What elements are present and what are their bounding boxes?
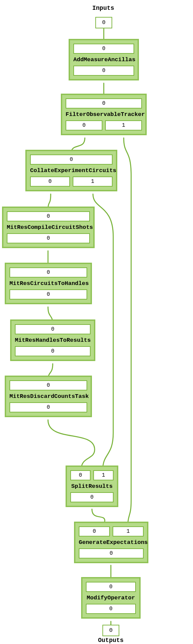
node-split-results: 0 1 SplitResults 0 (66, 466, 118, 507)
port-out-0: 0 (86, 604, 136, 614)
port-in-0: 0 (15, 324, 91, 334)
port-in-0: 0 (7, 211, 90, 221)
port-out-0: 0 (15, 346, 91, 356)
port-in-1: 1 (93, 470, 114, 480)
outputs-port-0: 0 (102, 625, 119, 636)
port-in-1: 1 (113, 526, 144, 536)
port-in-0: 0 (66, 98, 142, 109)
port-out-0: 0 (30, 176, 70, 187)
node-filter-observable-tracker: 0 FilterObservableTracker 0 1 (61, 94, 147, 135)
node-title: AddMeasureAncillas (73, 54, 134, 66)
output-ports: 0 (15, 346, 91, 356)
input-ports: 0 (9, 267, 87, 278)
node-add-measure-ancillas: 0 AddMeasureAncillas 0 (69, 39, 139, 80)
port-in-0: 0 (86, 582, 136, 592)
node-collate-experiment-circuits: 0 CollateExperimentCircuits 0 1 (25, 150, 117, 191)
output-ports: 0 (7, 233, 90, 243)
port-out-0: 0 (70, 492, 114, 502)
node-title: MitResCompileCircuitShots (7, 221, 90, 233)
input-ports: 0 (30, 154, 113, 165)
port-in-0: 0 (9, 380, 87, 390)
port-in-0: 0 (9, 267, 87, 278)
input-ports: 0 (86, 582, 136, 592)
node-title: ModifyOperator (86, 592, 136, 604)
node-title: MitResHandlesToResults (15, 334, 91, 346)
inputs-label: Inputs (92, 5, 114, 11)
input-ports: 0 1 (70, 470, 114, 480)
output-ports: 0 (73, 66, 134, 76)
node-modify-operator: 0 ModifyOperator 0 (81, 577, 141, 619)
input-ports: 0 (66, 98, 142, 109)
node-title: SplitResults (70, 480, 114, 492)
node-title: MitResCircuitsToHandles (9, 278, 87, 289)
port-in-0: 0 (30, 154, 113, 165)
inputs-port-0: 0 (95, 17, 112, 28)
node-mitres-discard-counts-task: 0 MitResDiscardCountsTask 0 (5, 376, 92, 417)
port-out-0: 0 (9, 402, 87, 412)
node-title: FilterObservableTracker (66, 109, 142, 120)
port-out-0: 0 (66, 120, 102, 130)
output-ports: 0 (9, 289, 87, 300)
port-out-1: 1 (73, 176, 113, 187)
node-title: CollateExperimentCircuits (30, 165, 113, 176)
outputs-label: Outputs (98, 637, 124, 644)
output-ports: 0 (79, 548, 144, 558)
port-out-0: 0 (73, 66, 134, 76)
port-in-0: 0 (70, 470, 91, 480)
port-out-0: 0 (79, 548, 144, 558)
output-ports: 0 1 (66, 120, 142, 130)
output-ports: 0 (70, 492, 114, 502)
output-ports: 0 1 (30, 176, 113, 187)
node-mitres-circuits-to-handles: 0 MitResCircuitsToHandles 0 (5, 263, 92, 304)
port-out-0: 0 (9, 289, 87, 300)
input-ports: 0 1 (79, 526, 144, 536)
node-title: GenerateExpectations (79, 536, 144, 548)
input-ports: 0 (7, 211, 90, 221)
node-generate-expectations: 0 1 GenerateExpectations 0 (74, 522, 148, 563)
output-ports: 0 (86, 604, 136, 614)
node-title: MitResDiscardCountsTask (9, 390, 87, 402)
input-ports: 0 (15, 324, 91, 334)
port-in-0: 0 (73, 44, 134, 54)
input-ports: 0 (9, 380, 87, 390)
input-ports: 0 (73, 44, 134, 54)
port-out-0: 0 (7, 233, 90, 243)
port-out-1: 1 (105, 120, 142, 130)
port-in-0: 0 (79, 526, 110, 536)
output-ports: 0 (9, 402, 87, 412)
node-mitres-handles-to-results: 0 MitResHandlesToResults 0 (10, 319, 95, 361)
node-mitres-compile-circuit-shots: 0 MitResCompileCircuitShots 0 (2, 207, 95, 248)
